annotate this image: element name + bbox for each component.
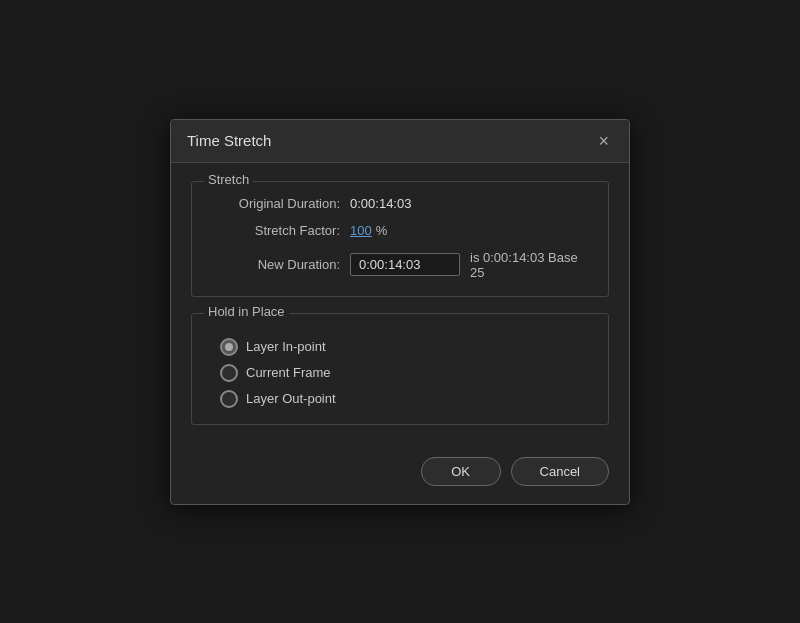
radio-outer-current-frame	[220, 364, 238, 382]
stretch-factor-row: Stretch Factor: 100 %	[210, 223, 590, 238]
dialog-footer: OK Cancel	[171, 457, 629, 504]
dialog-titlebar: Time Stretch ×	[171, 120, 629, 163]
time-stretch-dialog: Time Stretch × Stretch Original Duration…	[170, 119, 630, 505]
original-duration-row: Original Duration: 0:00:14:03	[210, 196, 590, 211]
stretch-section-label: Stretch	[204, 172, 253, 187]
radio-layer-out-point[interactable]: Layer Out-point	[220, 390, 590, 408]
dialog-title: Time Stretch	[187, 132, 271, 149]
cancel-button[interactable]: Cancel	[511, 457, 609, 486]
radio-label-current-frame: Current Frame	[246, 365, 331, 380]
radio-outer-layer-out-point	[220, 390, 238, 408]
ok-button[interactable]: OK	[421, 457, 501, 486]
stretch-factor-unit: %	[376, 223, 388, 238]
hold-radio-group: Layer In-point Current Frame Layer Out-p…	[210, 338, 590, 408]
new-duration-label: New Duration:	[210, 257, 340, 272]
radio-outer-layer-in-point	[220, 338, 238, 356]
stretch-factor-value[interactable]: 100	[350, 223, 372, 238]
stretch-factor-label: Stretch Factor:	[210, 223, 340, 238]
radio-label-layer-in-point: Layer In-point	[246, 339, 326, 354]
stretch-section: Stretch Original Duration: 0:00:14:03 St…	[191, 181, 609, 297]
radio-label-layer-out-point: Layer Out-point	[246, 391, 336, 406]
new-duration-row: New Duration: is 0:00:14:03 Base 25	[210, 250, 590, 280]
close-button[interactable]: ×	[594, 130, 613, 152]
original-duration-value: 0:00:14:03	[350, 196, 411, 211]
dialog-body: Stretch Original Duration: 0:00:14:03 St…	[171, 163, 629, 457]
radio-current-frame[interactable]: Current Frame	[220, 364, 590, 382]
new-duration-input[interactable]	[350, 253, 460, 276]
radio-layer-in-point[interactable]: Layer In-point	[220, 338, 590, 356]
original-duration-label: Original Duration:	[210, 196, 340, 211]
hold-section-label: Hold in Place	[204, 304, 289, 319]
new-duration-note: is 0:00:14:03 Base 25	[470, 250, 590, 280]
radio-inner-layer-in-point	[225, 343, 233, 351]
hold-in-place-section: Hold in Place Layer In-point Current Fra…	[191, 313, 609, 425]
